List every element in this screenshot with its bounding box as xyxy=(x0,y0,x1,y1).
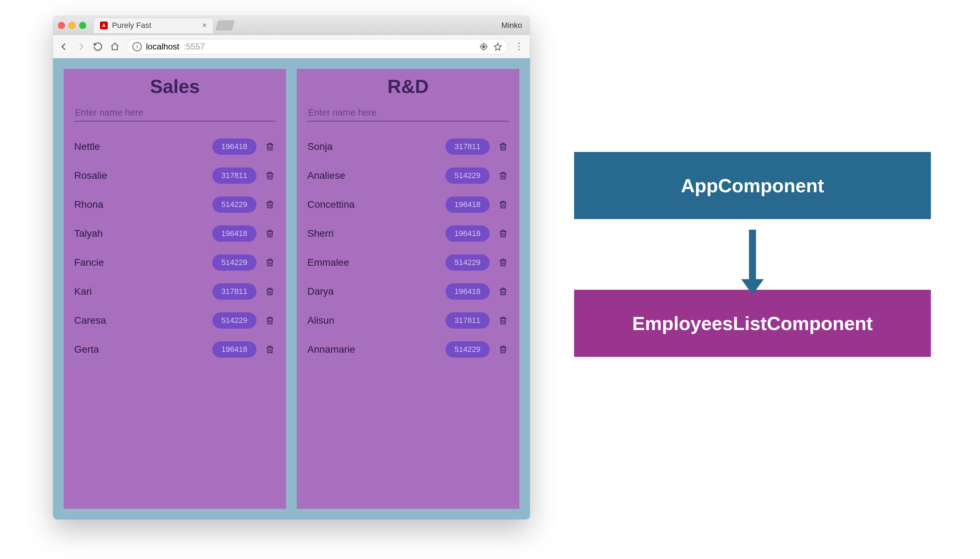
diagram-arrow xyxy=(574,219,931,290)
employee-name: Caresa xyxy=(74,315,212,326)
delete-icon[interactable] xyxy=(497,315,509,326)
employee-row: Annamarie514229 xyxy=(297,335,519,364)
bookmark-star-icon[interactable] xyxy=(494,42,502,51)
employee-row: Talyah196418 xyxy=(64,219,286,248)
employee-row: Sonja317811 xyxy=(297,132,519,161)
delete-icon[interactable] xyxy=(497,344,509,355)
minimize-window-button[interactable] xyxy=(69,22,76,29)
employee-value-pill[interactable]: 317811 xyxy=(446,313,490,329)
diagram-node-label: EmployeesListComponent xyxy=(632,313,873,334)
employee-row: Rosalie317811 xyxy=(64,161,286,190)
delete-icon[interactable] xyxy=(264,141,276,152)
employee-name: Annamarie xyxy=(307,344,446,355)
employee-name: Concettina xyxy=(307,199,446,210)
employee-row: Fancie514229 xyxy=(64,248,286,277)
employee-row: Caresa514229 xyxy=(64,306,286,335)
employee-value-pill[interactable]: 514229 xyxy=(446,255,490,271)
browser-menu-button[interactable]: ⋮ xyxy=(514,41,524,52)
forward-button[interactable] xyxy=(76,41,86,52)
rnd-panel: R&D Sonja317811Analiese514229Concettina1… xyxy=(297,69,519,509)
employee-name: Gerta xyxy=(74,344,212,355)
back-button[interactable] xyxy=(59,41,69,52)
employee-name: Analiese xyxy=(307,170,446,181)
panel-title: R&D xyxy=(297,75,519,97)
employee-value-pill[interactable]: 196418 xyxy=(446,283,490,299)
employee-row: Gerta196418 xyxy=(64,335,286,364)
delete-icon[interactable] xyxy=(264,344,276,355)
employee-name: Talyah xyxy=(74,228,212,239)
delete-icon[interactable] xyxy=(497,141,509,152)
delete-icon[interactable] xyxy=(497,228,509,239)
employee-name: Rhona xyxy=(74,199,212,210)
address-bar[interactable]: i localhost:5557 xyxy=(126,39,508,55)
employee-name: Emmalee xyxy=(307,257,446,268)
employee-name: Fancie xyxy=(74,257,212,268)
rnd-name-input[interactable] xyxy=(307,104,509,122)
employee-name: Darya xyxy=(307,286,446,297)
employee-value-pill[interactable]: 196418 xyxy=(446,225,490,242)
delete-icon[interactable] xyxy=(264,257,276,268)
address-host: localhost xyxy=(146,42,180,51)
employee-row: Alisun317811 xyxy=(297,306,519,335)
diagram-node-app: AppComponent xyxy=(574,152,931,219)
browser-tab[interactable]: A Purely Fast × xyxy=(93,18,213,33)
delete-icon[interactable] xyxy=(264,228,276,239)
employee-value-pill[interactable]: 514229 xyxy=(446,341,490,357)
employee-row: Darya196418 xyxy=(297,277,519,306)
employee-name: Sonja xyxy=(307,141,446,152)
sales-list: Nettle196418Rosalie317811Rhona514229Taly… xyxy=(64,132,286,364)
reload-button[interactable] xyxy=(93,41,103,52)
diagram-node-employees-list: EmployeesListComponent xyxy=(574,290,931,357)
window-controls xyxy=(58,22,86,29)
panel-title: Sales xyxy=(64,75,286,97)
site-info-icon[interactable]: i xyxy=(132,42,142,51)
angular-favicon-icon: A xyxy=(100,22,108,29)
profile-name[interactable]: Minko xyxy=(501,21,525,30)
employee-name: Nettle xyxy=(74,141,212,152)
sales-panel: Sales Nettle196418Rosalie317811Rhona5142… xyxy=(64,69,286,509)
employee-row: Sherri196418 xyxy=(297,219,519,248)
tab-title: Purely Fast xyxy=(112,21,151,30)
employee-value-pill[interactable]: 317811 xyxy=(212,167,256,184)
employee-value-pill[interactable]: 317811 xyxy=(212,283,256,299)
employee-name: Rosalie xyxy=(74,170,212,181)
employee-value-pill[interactable]: 514229 xyxy=(212,313,256,329)
employee-value-pill[interactable]: 514229 xyxy=(446,167,490,184)
delete-icon[interactable] xyxy=(497,257,509,268)
delete-icon[interactable] xyxy=(264,315,276,326)
employee-row: Concettina196418 xyxy=(297,190,519,219)
svg-point-1 xyxy=(483,46,485,48)
close-window-button[interactable] xyxy=(58,22,65,29)
rnd-list: Sonja317811Analiese514229Concettina19641… xyxy=(297,132,519,364)
employee-value-pill[interactable]: 196418 xyxy=(446,197,490,213)
delete-icon[interactable] xyxy=(497,170,509,181)
component-tree-diagram: AppComponent EmployeesListComponent xyxy=(574,152,931,357)
employee-name: Kari xyxy=(74,286,212,297)
delete-icon[interactable] xyxy=(497,286,509,297)
close-tab-icon[interactable]: × xyxy=(202,21,207,30)
sales-name-input[interactable] xyxy=(74,104,276,122)
employee-value-pill[interactable]: 317811 xyxy=(446,139,490,155)
delete-icon[interactable] xyxy=(264,170,276,181)
window-titlebar: A Purely Fast × Minko xyxy=(53,16,530,35)
browser-toolbar: i localhost:5557 ⋮ xyxy=(53,35,530,58)
employee-value-pill[interactable]: 514229 xyxy=(212,255,256,271)
employee-name: Sherri xyxy=(307,228,446,239)
employee-name: Alisun xyxy=(307,315,446,326)
employee-row: Emmalee514229 xyxy=(297,248,519,277)
new-tab-button[interactable] xyxy=(215,20,235,30)
employee-value-pill[interactable]: 196418 xyxy=(212,341,256,357)
diagram-node-label: AppComponent xyxy=(681,175,824,197)
maximize-window-button[interactable] xyxy=(79,22,86,29)
employee-row: Nettle196418 xyxy=(64,132,286,161)
location-icon[interactable] xyxy=(479,42,488,51)
delete-icon[interactable] xyxy=(264,199,276,210)
delete-icon[interactable] xyxy=(264,286,276,297)
address-port: :5557 xyxy=(184,42,205,51)
employee-value-pill[interactable]: 196418 xyxy=(212,139,256,155)
home-button[interactable] xyxy=(109,41,120,52)
delete-icon[interactable] xyxy=(497,199,509,210)
employee-value-pill[interactable]: 514229 xyxy=(212,197,256,213)
employee-value-pill[interactable]: 196418 xyxy=(212,225,256,242)
employee-row: Rhona514229 xyxy=(64,190,286,219)
